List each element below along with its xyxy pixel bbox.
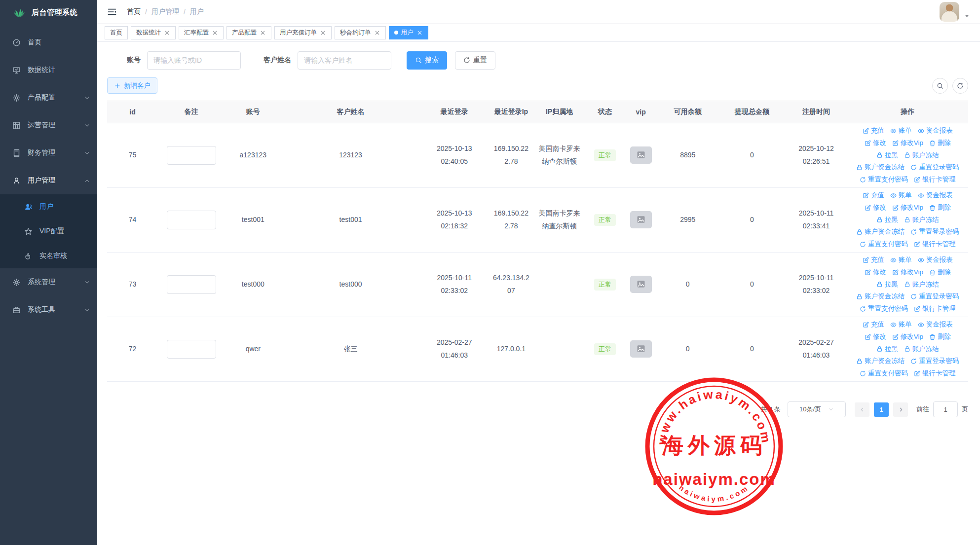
tab-close-icon[interactable] xyxy=(374,30,380,36)
tab-contract-orders[interactable]: 秒合约订单 xyxy=(335,26,386,39)
tab-product-config[interactable]: 产品配置 xyxy=(226,26,271,39)
tab-close-icon[interactable] xyxy=(212,30,218,36)
action-bill[interactable]: 账单 xyxy=(890,255,912,265)
action-recharge[interactable]: 充值 xyxy=(863,126,884,136)
action-recharge[interactable]: 充值 xyxy=(863,255,884,265)
action-freeze-account[interactable]: 账户冻结 xyxy=(904,216,939,225)
next-page-button[interactable] xyxy=(893,402,908,417)
action-edit[interactable]: 修改 xyxy=(865,203,886,213)
action-delete[interactable]: 删除 xyxy=(929,332,951,342)
action-freeze-funds[interactable]: 账户资金冻结 xyxy=(856,163,905,172)
prev-page-button[interactable] xyxy=(855,402,869,417)
action-delete[interactable]: 删除 xyxy=(929,139,951,148)
vip-image-placeholder[interactable] xyxy=(630,340,652,358)
plus-icon xyxy=(114,82,121,89)
action-freeze-funds[interactable]: 账户资金冻结 xyxy=(856,357,905,366)
remark-input[interactable] xyxy=(167,146,216,165)
vip-image-placeholder[interactable] xyxy=(630,276,652,293)
action-freeze-funds[interactable]: 账户资金冻结 xyxy=(856,227,905,237)
customer-name-input[interactable] xyxy=(298,51,391,70)
action-reset-login-password[interactable]: 重置登录密码 xyxy=(910,227,959,237)
tab-users[interactable]: 用户 xyxy=(389,26,428,39)
table-refresh-button[interactable] xyxy=(952,78,968,94)
sidebar-item-home[interactable]: 首页 xyxy=(0,29,97,56)
action-freeze-funds[interactable]: 账户资金冻结 xyxy=(856,292,905,301)
sidebar-item-system-tools[interactable]: 系统工具 xyxy=(0,296,97,324)
action-blacklist[interactable]: 拉黑 xyxy=(876,216,898,225)
sidebar-item-user-management[interactable]: 用户管理 xyxy=(0,167,97,194)
action-delete[interactable]: 删除 xyxy=(929,268,951,277)
sidebar-item-realname-audit[interactable]: 实名审核 xyxy=(0,244,97,268)
breadcrumb-item-1[interactable]: 用户管理 xyxy=(151,7,179,16)
action-bank-card-manage[interactable]: 银行卡管理 xyxy=(914,240,956,249)
action-edit[interactable]: 修改 xyxy=(865,268,886,277)
action-recharge[interactable]: 充值 xyxy=(863,320,884,329)
breadcrumb-item-2[interactable]: 用户 xyxy=(190,7,204,16)
sidebar-item-product-config[interactable]: 产品配置 xyxy=(0,84,97,111)
avatar-caret-down-icon[interactable] xyxy=(964,13,970,19)
action-fund-report[interactable]: 资金报表 xyxy=(918,320,953,329)
action-fund-report[interactable]: 资金报表 xyxy=(918,191,953,200)
action-bill[interactable]: 账单 xyxy=(890,320,912,329)
sidebar-item-system-management[interactable]: 系统管理 xyxy=(0,268,97,296)
action-edit[interactable]: 修改 xyxy=(865,139,886,148)
action-bill[interactable]: 账单 xyxy=(890,126,912,136)
action-freeze-account[interactable]: 账户冻结 xyxy=(904,345,939,354)
vip-image-placeholder[interactable] xyxy=(630,146,652,164)
user-avatar[interactable] xyxy=(940,2,959,22)
account-input[interactable] xyxy=(147,51,241,70)
tab-close-icon[interactable] xyxy=(260,30,266,36)
add-customer-button[interactable]: 新增客户 xyxy=(107,77,157,94)
vip-image-placeholder[interactable] xyxy=(630,211,652,228)
action-recharge[interactable]: 充值 xyxy=(863,191,884,200)
table-search-button[interactable] xyxy=(932,78,948,94)
action-reset-pay-password[interactable]: 重置支付密码 xyxy=(860,175,908,184)
goto-page-input[interactable] xyxy=(933,401,958,417)
sidebar-item-finance[interactable]: 财务管理 xyxy=(0,139,97,167)
tab-recharge-orders[interactable]: 用户充值订单 xyxy=(274,26,332,39)
action-blacklist[interactable]: 拉黑 xyxy=(876,280,898,290)
breadcrumb-item-0[interactable]: 首页 xyxy=(127,7,141,16)
action-freeze-account[interactable]: 账户冻结 xyxy=(904,151,939,160)
remark-input[interactable] xyxy=(167,340,216,359)
action-bank-card-manage[interactable]: 银行卡管理 xyxy=(914,369,956,378)
page-size-select[interactable]: 10条/页 xyxy=(788,401,846,417)
action-delete[interactable]: 删除 xyxy=(929,203,951,213)
action-fund-report[interactable]: 资金报表 xyxy=(918,255,953,265)
action-freeze-account[interactable]: 账户冻结 xyxy=(904,280,939,290)
action-reset-login-password[interactable]: 重置登录密码 xyxy=(910,357,959,366)
tab-close-icon[interactable] xyxy=(164,30,170,36)
reset-button[interactable]: 重置 xyxy=(455,51,495,70)
remark-input[interactable] xyxy=(167,211,216,229)
sidebar-item-vip-config[interactable]: VIP配置 xyxy=(0,219,97,244)
action-bank-card-manage[interactable]: 银行卡管理 xyxy=(914,304,956,314)
action-edit-vip[interactable]: 修改Vip xyxy=(892,332,923,342)
sidebar-item-users[interactable]: 用户 xyxy=(0,194,97,219)
action-reset-pay-password[interactable]: 重置支付密码 xyxy=(860,369,908,378)
action-reset-pay-password[interactable]: 重置支付密码 xyxy=(860,304,908,314)
action-reset-login-password[interactable]: 重置登录密码 xyxy=(910,163,959,172)
remark-input[interactable] xyxy=(167,275,216,294)
action-bill[interactable]: 账单 xyxy=(890,191,912,200)
tab-close-icon[interactable] xyxy=(416,30,423,36)
tab-close-icon[interactable] xyxy=(320,30,326,36)
sidebar-item-operations[interactable]: 运营管理 xyxy=(0,111,97,139)
tab-exchange-rate[interactable]: 汇率配置 xyxy=(179,26,224,39)
action-reset-login-password[interactable]: 重置登录密码 xyxy=(910,292,959,301)
action-blacklist[interactable]: 拉黑 xyxy=(876,345,898,354)
tab-data-stats[interactable]: 数据统计 xyxy=(131,26,176,39)
action-blacklist[interactable]: 拉黑 xyxy=(876,151,898,160)
action-bank-card-manage[interactable]: 银行卡管理 xyxy=(914,175,956,184)
action-fund-report[interactable]: 资金报表 xyxy=(918,126,953,136)
action-edit-vip[interactable]: 修改Vip xyxy=(892,268,923,277)
sidebar-item-data-stats[interactable]: 数据统计 xyxy=(0,56,97,84)
eye-icon xyxy=(890,192,897,199)
menu-collapse-icon[interactable] xyxy=(107,7,117,17)
search-button[interactable]: 搜索 xyxy=(407,51,447,70)
action-edit-vip[interactable]: 修改Vip xyxy=(892,203,923,213)
action-edit[interactable]: 修改 xyxy=(865,332,886,342)
current-page[interactable]: 1 xyxy=(874,402,889,417)
action-reset-pay-password[interactable]: 重置支付密码 xyxy=(860,240,908,249)
tab-home[interactable]: 首页 xyxy=(105,26,128,39)
action-edit-vip[interactable]: 修改Vip xyxy=(892,139,923,148)
